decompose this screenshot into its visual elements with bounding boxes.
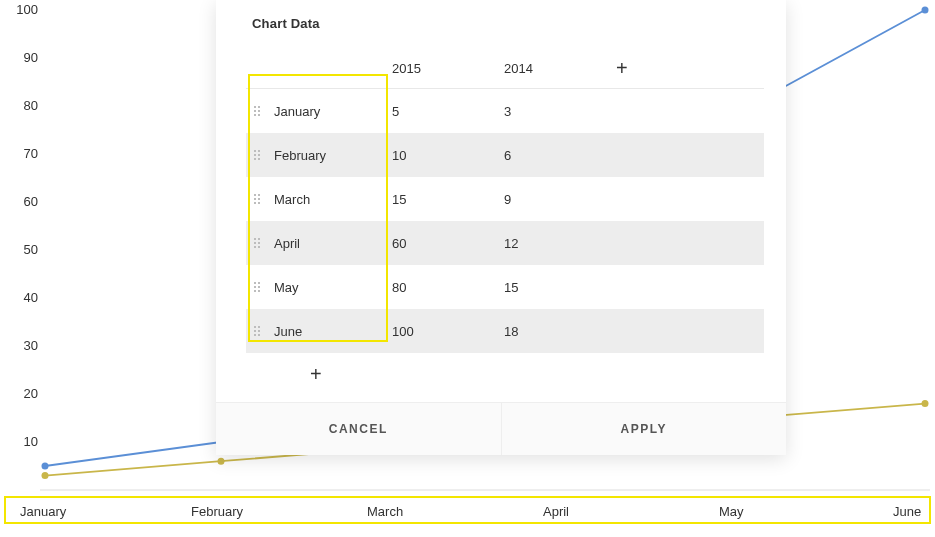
grid-row: June10018 bbox=[246, 309, 764, 353]
drag-handle-icon[interactable] bbox=[254, 194, 260, 204]
grid-row: February106 bbox=[246, 133, 764, 177]
y-tick: 90 bbox=[10, 50, 38, 65]
cell-value[interactable]: 100 bbox=[392, 324, 504, 339]
drag-handle-icon[interactable] bbox=[254, 106, 260, 116]
drag-handle-icon[interactable] bbox=[254, 238, 260, 248]
chart-data-dialog: Chart Data 2015 2014 + January53February… bbox=[216, 0, 786, 455]
row-category[interactable]: January bbox=[274, 104, 320, 119]
drag-handle-icon[interactable] bbox=[254, 282, 260, 292]
svg-point-6 bbox=[922, 7, 929, 14]
svg-point-8 bbox=[218, 458, 225, 465]
x-tick: May bbox=[719, 504, 744, 519]
data-grid: 2015 2014 + January53February106March159… bbox=[216, 49, 786, 402]
y-tick: 80 bbox=[10, 98, 38, 113]
cell-value[interactable]: 6 bbox=[504, 148, 616, 163]
drag-handle-icon[interactable] bbox=[254, 326, 260, 336]
row-category[interactable]: June bbox=[274, 324, 302, 339]
x-tick: January bbox=[20, 504, 66, 519]
dialog-title: Chart Data bbox=[216, 0, 786, 49]
x-tick: June bbox=[893, 504, 921, 519]
y-tick: 40 bbox=[10, 290, 38, 305]
col-header-0[interactable]: 2015 bbox=[392, 61, 504, 76]
cell-value[interactable]: 80 bbox=[392, 280, 504, 295]
y-tick: 20 bbox=[10, 386, 38, 401]
grid-header-row: 2015 2014 + bbox=[246, 49, 764, 89]
svg-point-1 bbox=[42, 463, 49, 470]
x-tick: February bbox=[191, 504, 243, 519]
y-tick: 50 bbox=[10, 242, 38, 257]
y-tick: 60 bbox=[10, 194, 38, 209]
row-category[interactable]: March bbox=[274, 192, 310, 207]
x-tick: April bbox=[543, 504, 569, 519]
cell-value[interactable]: 15 bbox=[392, 192, 504, 207]
cancel-button[interactable]: CANCEL bbox=[216, 403, 502, 455]
y-tick: 100 bbox=[10, 2, 38, 17]
grid-row: March159 bbox=[246, 177, 764, 221]
svg-point-7 bbox=[42, 472, 49, 479]
cell-value[interactable]: 9 bbox=[504, 192, 616, 207]
cell-value[interactable]: 12 bbox=[504, 236, 616, 251]
drag-handle-icon[interactable] bbox=[254, 150, 260, 160]
col-header-1[interactable]: 2014 bbox=[504, 61, 616, 76]
cell-value[interactable]: 3 bbox=[504, 104, 616, 119]
y-tick: 70 bbox=[10, 146, 38, 161]
row-category[interactable]: February bbox=[274, 148, 326, 163]
row-category[interactable]: May bbox=[274, 280, 299, 295]
cell-value[interactable]: 15 bbox=[504, 280, 616, 295]
row-category[interactable]: April bbox=[274, 236, 300, 251]
y-tick: 10 bbox=[10, 434, 38, 449]
cell-value[interactable]: 5 bbox=[392, 104, 504, 119]
apply-button[interactable]: APPLY bbox=[502, 403, 787, 455]
cell-value[interactable]: 60 bbox=[392, 236, 504, 251]
dialog-actions: CANCEL APPLY bbox=[216, 402, 786, 455]
grid-row: April6012 bbox=[246, 221, 764, 265]
grid-row: January53 bbox=[246, 89, 764, 133]
x-tick: March bbox=[367, 504, 403, 519]
cell-value[interactable]: 10 bbox=[392, 148, 504, 163]
cell-value[interactable]: 18 bbox=[504, 324, 616, 339]
grid-row: May8015 bbox=[246, 265, 764, 309]
add-column-button[interactable]: + bbox=[616, 57, 656, 80]
svg-point-12 bbox=[922, 400, 929, 407]
y-tick: 30 bbox=[10, 338, 38, 353]
add-row-button[interactable]: + bbox=[246, 353, 764, 402]
